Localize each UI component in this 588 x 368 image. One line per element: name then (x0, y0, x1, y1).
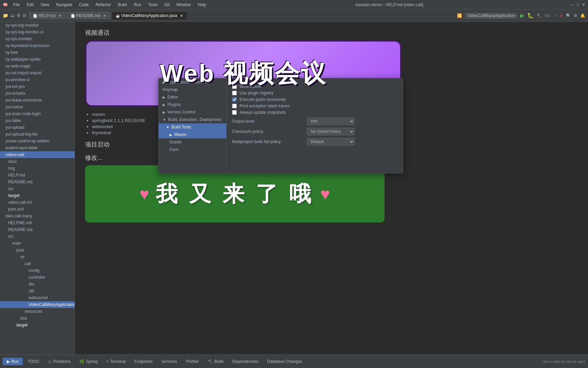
sidebar-item-upload-big[interactable]: yui-upload-big-file (0, 131, 75, 138)
vcs-icon[interactable]: 🔀 (457, 13, 462, 18)
git-checkmark[interactable]: ✓ (554, 13, 557, 18)
menu-edit[interactable]: Edit (25, 2, 35, 8)
status-tab-profiler[interactable]: Profiler (182, 358, 203, 365)
sidebar-item-web-magic[interactable]: sy-web-magic (0, 63, 75, 70)
sidebar-item-monitor[interactable]: sy-sys-monitor (0, 35, 75, 42)
status-tab-services[interactable]: Services (158, 358, 181, 365)
settings-plugins[interactable]: ▶ Plugins (159, 101, 226, 108)
sidebar-item-webtrc[interactable]: ymote-control-by-webtrc (0, 138, 75, 144)
debug-button[interactable]: 🐛 (527, 12, 534, 19)
git-x[interactable]: ✕ (560, 13, 563, 18)
menu-git[interactable]: Git (163, 2, 171, 8)
sidebar-item-xx[interactable]: xx (0, 254, 75, 260)
status-tab-endpoints[interactable]: Endpoints (130, 358, 157, 365)
menu-tools[interactable]: Tools (147, 2, 159, 8)
tab-java[interactable]: ☕ VideoCallManyApplication.java ✕ (111, 12, 187, 19)
sidebar-item-comments[interactable]: yui-leave-comments (0, 97, 75, 104)
sidebar-item-main[interactable]: main (0, 240, 75, 247)
menu-view[interactable]: View (39, 2, 51, 8)
sidebar-item-wallpaper[interactable]: sy-wallpaper-spider (0, 56, 75, 63)
sidebar-item-controller[interactable]: controller (0, 274, 75, 281)
sidebar-item-ideo-many[interactable]: ideo-call-many (0, 213, 75, 219)
checksum-select[interactable]: No Global Policy Warn Fail (307, 128, 355, 135)
tab-java-close[interactable]: ✕ (180, 14, 183, 18)
sidebar-item-config[interactable]: config (0, 267, 75, 274)
sidebar-item-java[interactable]: java (0, 247, 75, 254)
sidebar-item-preview[interactable]: yu-preview-ui (0, 76, 75, 83)
checkbox-print-exceptions-input[interactable] (232, 104, 237, 108)
minimize-button[interactable]: ─ (571, 2, 574, 7)
settings-editor[interactable]: ▶ Editor (159, 93, 226, 101)
status-tab-db-changes[interactable]: Database Changes (263, 358, 306, 365)
sidebar-item-readme2[interactable]: README.md (0, 226, 75, 233)
checkbox-update-snapshots-input[interactable] (232, 110, 237, 115)
settings-version-control[interactable]: ▶ Version Control (159, 108, 226, 116)
menu-run[interactable]: Run (132, 2, 143, 8)
sidebar-item-tree[interactable]: sy-tree (0, 49, 75, 56)
tab-readme-close[interactable]: ✕ (103, 14, 106, 18)
sidebar-item-websocket[interactable]: websocket (0, 294, 75, 301)
sidebar-item-src2[interactable]: src (0, 233, 75, 240)
settings-gradle[interactable]: Gradle (159, 138, 226, 146)
status-tab-terminal[interactable]: > Terminal (102, 358, 130, 365)
checkbox-plugin-registry-input[interactable] (232, 91, 237, 95)
search-everywhere[interactable]: 🔍 (566, 13, 571, 18)
sidebar-item-table[interactable]: yui-table (0, 117, 75, 124)
structure-icon[interactable]: 🗂 (10, 13, 15, 18)
sidebar-item-target[interactable]: target (0, 192, 75, 199)
sidebar-item-util[interactable]: util (0, 288, 75, 294)
status-tab-build[interactable]: 🔨 Build (204, 358, 228, 365)
sidebar-item-scan-login[interactable]: yui-scan-code-login (0, 110, 75, 117)
menu-build[interactable]: Build (116, 2, 128, 8)
sidebar-item-pom[interactable]: pom.xml (0, 206, 75, 213)
menu-file[interactable]: File (12, 2, 21, 8)
sidebar-item-docs[interactable]: docs (0, 158, 75, 165)
close-button[interactable]: ✕ (582, 2, 585, 7)
settings-gear[interactable]: ⚙ (574, 13, 577, 18)
sidebar-item-notice[interactable]: yui-notice (0, 104, 75, 110)
menu-window[interactable]: Window (175, 2, 192, 8)
sidebar-item-ext-pro[interactable]: yui-ext-pro (0, 83, 75, 90)
sidebar-item-helpme[interactable]: HELPME.md (0, 219, 75, 226)
menu-navigate[interactable]: Navigate (55, 2, 74, 8)
menu-code[interactable]: Code (78, 2, 90, 8)
settings-icon[interactable]: ⚙ (17, 13, 21, 18)
sidebar-item-readmemd[interactable]: README.md (0, 179, 75, 185)
settings-build-exec[interactable]: ▼ Build, Execution, Deployment (159, 116, 226, 123)
status-tab-dependencies[interactable]: Dependencies (228, 358, 262, 365)
sidebar-item-video-call[interactable]: video-call (0, 151, 75, 158)
status-tab-spring[interactable]: 🌿 Spring (75, 358, 102, 365)
menu-help[interactable]: Help (196, 2, 208, 8)
sidebar-item-upload[interactable]: yui-upload (0, 124, 75, 131)
notifications[interactable]: 🔔 (580, 13, 585, 18)
status-tab-todo[interactable]: TODO (23, 358, 43, 365)
run-config-dropdown[interactable]: VideoCallManyApplication (465, 13, 518, 19)
maximize-button[interactable]: □ (577, 2, 579, 7)
sidebar-item-dto[interactable]: dto (0, 281, 75, 288)
sidebar-item-cel[interactable]: yu-cel-import-export (0, 70, 75, 76)
sidebar-item-test[interactable]: test (0, 315, 75, 322)
sidebar-item-src[interactable]: src (0, 185, 75, 192)
menu-refactor[interactable]: Refactor (94, 2, 112, 8)
tab-readme-md[interactable]: 📄 README.md ✕ (66, 12, 111, 19)
sidebar-item-helpmd[interactable]: HELP.md (0, 172, 75, 179)
settings-gant[interactable]: Gant (159, 146, 226, 153)
sidebar-item-videocall-app[interactable]: VideoCallManyApplication (0, 301, 75, 308)
status-tab-run[interactable]: ▶ Run (3, 358, 23, 365)
run-button[interactable]: ▶ (520, 12, 524, 19)
sidebar-item-call[interactable]: call (0, 260, 75, 267)
settings-maven[interactable]: ▶ Maven (159, 131, 226, 138)
sidebar-item-resources[interactable]: resources (0, 308, 75, 315)
sidebar-item-iml[interactable]: video-call.iml (0, 199, 75, 206)
tab-help-md[interactable]: 📄 HELP.md ✕ (29, 12, 66, 19)
sidebar-item-img[interactable]: img (0, 165, 75, 172)
sidebar-item-thymeleaf[interactable]: sy-thymeleaf-expression (0, 42, 75, 49)
sidebar-item-target2[interactable]: target (0, 322, 75, 328)
sidebar-item-echarts[interactable]: yui-echarts (0, 90, 75, 97)
output-level-select[interactable]: Info Debug Warning Error (307, 118, 355, 125)
project-tree-icon[interactable]: 📁 (3, 13, 8, 18)
sidebar-item-layui[interactable]: yudent-layui-table (0, 144, 75, 151)
status-tab-problems[interactable]: ⚠ Problems (44, 358, 75, 365)
collapse-icon[interactable]: ⊟ (23, 13, 27, 18)
build-button[interactable]: 🔨 (537, 13, 542, 18)
